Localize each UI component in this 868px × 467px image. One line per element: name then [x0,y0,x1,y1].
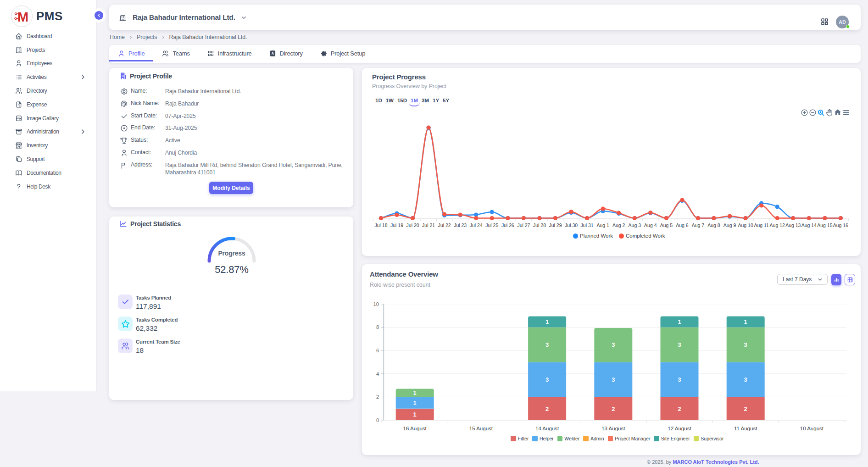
svg-text:Jul 29: Jul 29 [549,222,562,228]
svg-text:3: 3 [678,341,681,348]
svg-text:1: 1 [744,318,747,325]
svg-text:2: 2 [744,406,747,412]
svg-text:Jul 23: Jul 23 [454,222,467,228]
svg-text:Aug 4: Aug 4 [644,222,657,228]
svg-text:4: 4 [376,371,379,377]
svg-text:3: 3 [744,376,747,383]
svg-text:Aug 2: Aug 2 [612,222,625,228]
svg-text:Aug 15: Aug 15 [817,222,832,228]
svg-text:10: 10 [373,301,379,307]
svg-text:6: 6 [376,348,379,353]
svg-text:Aug 5: Aug 5 [660,222,673,228]
svg-text:Aug 7: Aug 7 [692,222,705,228]
svg-text:Aug 8: Aug 8 [707,222,720,228]
svg-text:Jul 19: Jul 19 [390,222,403,228]
svg-text:M: M [17,10,28,24]
svg-text:10 August: 10 August [800,426,824,431]
svg-text:Jul 28: Jul 28 [533,222,546,228]
svg-text:8: 8 [376,324,379,330]
svg-text:16 August: 16 August [403,426,427,431]
svg-text:Jul 22: Jul 22 [438,222,451,228]
svg-text:3: 3 [545,341,549,348]
svg-text:Jul 25: Jul 25 [485,222,498,228]
svg-text:Jul 20: Jul 20 [406,222,419,228]
svg-text:Aug 1: Aug 1 [596,222,609,228]
svg-text:3: 3 [612,341,615,348]
svg-text:Jul 27: Jul 27 [517,222,530,228]
svg-text:12 August: 12 August [668,426,691,431]
svg-text:Aug 3: Aug 3 [629,222,641,228]
svg-text:14 August: 14 August [535,426,559,431]
svg-text:3: 3 [678,376,681,383]
svg-text:Aug 14: Aug 14 [801,222,817,228]
svg-text:Aug 10: Aug 10 [738,222,753,228]
svg-text:Jul 24: Jul 24 [470,222,483,228]
svg-text:0: 0 [376,417,379,423]
svg-text:Jul 21: Jul 21 [422,222,435,228]
svg-text:Aug 13: Aug 13 [785,222,801,228]
svg-text:Aug 11: Aug 11 [754,222,769,228]
svg-text:Jul 30: Jul 30 [565,222,578,228]
svg-text:1: 1 [413,389,417,396]
svg-text:Aug 12: Aug 12 [770,222,785,228]
svg-text:1: 1 [413,400,417,406]
svg-text:1: 1 [545,318,549,325]
svg-text:Aug 16: Aug 16 [833,222,848,228]
svg-text:Aug 9: Aug 9 [723,222,736,228]
svg-text:Jul 26: Jul 26 [501,222,514,228]
svg-text:Aug 6: Aug 6 [676,222,689,228]
svg-text:1: 1 [413,411,417,418]
svg-text:2: 2 [612,406,615,412]
svg-text:Jul 18: Jul 18 [374,222,387,228]
svg-text:3: 3 [545,376,549,383]
svg-text:13 August: 13 August [601,426,625,431]
svg-text:2: 2 [376,394,379,400]
svg-text:15 August: 15 August [469,426,493,431]
svg-text:2: 2 [545,406,549,412]
svg-text:2: 2 [678,406,681,412]
svg-text:1: 1 [678,318,681,325]
svg-text:Jul 31: Jul 31 [581,222,594,228]
svg-text:3: 3 [612,376,615,383]
svg-text:11 August: 11 August [734,426,757,431]
svg-text:3: 3 [744,341,747,348]
